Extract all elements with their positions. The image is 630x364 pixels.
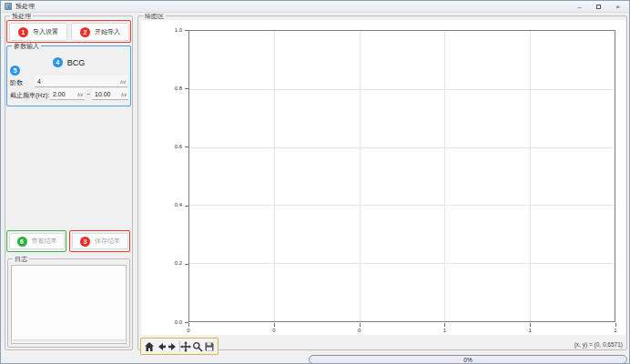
log-group-title: 日志 xyxy=(13,256,29,263)
gridline-horizontal xyxy=(189,263,615,264)
x-tick-label: 0 xyxy=(267,328,281,334)
step-badge-4: 4 xyxy=(53,57,63,67)
x-tick-label: 1 xyxy=(523,328,537,334)
plot-canvas[interactable]: 1.00.80.60.40.20.0000111 xyxy=(141,20,625,335)
maximize-icon xyxy=(596,5,601,9)
home-icon[interactable] xyxy=(144,340,155,352)
maximize-button[interactable] xyxy=(589,1,608,13)
y-tick-label: 0.6 xyxy=(141,144,182,150)
forward-icon[interactable] xyxy=(168,340,178,352)
start-import-label: 开始导入 xyxy=(95,27,120,36)
zoom-rect-icon[interactable] xyxy=(192,340,203,352)
gridline-vertical xyxy=(274,31,275,321)
log-groupbox: 日志 xyxy=(7,258,130,348)
step-badge-2: 2 xyxy=(80,27,90,37)
save-icon[interactable] xyxy=(204,340,215,352)
view-result-label: 查看结果 xyxy=(32,237,57,246)
minimize-button[interactable]: – xyxy=(570,1,589,13)
x-tick-label: 1 xyxy=(608,328,623,334)
cutoff-min-spinbox[interactable]: 2.00 ∧∨ xyxy=(50,88,85,100)
gridline-horizontal xyxy=(189,205,615,206)
y-tick-mark xyxy=(185,206,188,207)
spin-up-down-icon[interactable]: ∧∨ xyxy=(119,78,127,85)
gridline-vertical xyxy=(530,31,531,321)
step-badge-5: 5 xyxy=(10,66,20,76)
gridline-vertical xyxy=(444,31,445,321)
gridline-horizontal xyxy=(189,147,615,148)
window-title: 预处理 xyxy=(15,2,35,11)
order-value: 4 xyxy=(35,78,119,85)
param-input-groupbox: 参数输入 4 BCG 5 阶数 4 ∧∨ 截止频率(Hz): 2.00 ∧∨ ~… xyxy=(6,46,131,106)
signal-type-row: 4 BCG xyxy=(7,57,130,67)
y-tick-label: 0.0 xyxy=(141,319,182,326)
x-tick-mark xyxy=(615,323,616,327)
y-tick-label: 0.4 xyxy=(141,202,182,208)
save-result-label: 保存结果 xyxy=(95,237,120,246)
pan-icon[interactable] xyxy=(180,340,191,352)
import-settings-button[interactable]: 1 导入设置 xyxy=(9,23,67,41)
order-spinbox[interactable]: 4 ∧∨ xyxy=(35,76,127,87)
window-controls: – × xyxy=(570,1,627,13)
plot-axes xyxy=(188,30,615,322)
save-result-button[interactable]: 3 保存结果 xyxy=(72,233,128,249)
progress-bar: 0% xyxy=(309,355,627,364)
y-tick-mark xyxy=(185,264,188,265)
cutoff-max-spinbox[interactable]: 10.00 ∧∨ xyxy=(92,88,128,100)
y-tick-mark xyxy=(185,88,188,89)
signal-type-label: BCG xyxy=(67,58,86,67)
x-tick-label: 0 xyxy=(352,328,367,334)
x-tick-mark xyxy=(360,323,361,327)
range-separator: ~ xyxy=(86,91,90,97)
plot-group-title: 绘图区 xyxy=(143,13,166,20)
step-badge-1: 1 xyxy=(18,27,28,37)
y-tick-mark xyxy=(185,30,188,31)
cutoff-max-value: 10.00 xyxy=(92,91,120,97)
x-tick-mark xyxy=(530,323,531,327)
order-label: 阶数 xyxy=(10,78,23,87)
view-result-button[interactable]: 6 查看结果 xyxy=(9,233,65,249)
app-icon xyxy=(5,3,12,10)
x-tick-mark xyxy=(274,323,275,327)
app-window: 预处理 – × 预处理 1 导入设置 2 开始导入 参数输入 4 BCG 5 阶… xyxy=(0,0,630,364)
x-tick-label: 1 xyxy=(437,328,452,334)
import-settings-label: 导入设置 xyxy=(33,27,58,36)
x-tick-mark xyxy=(188,323,189,327)
horizontal-scrollbar[interactable] xyxy=(13,339,125,342)
y-tick-label: 0.8 xyxy=(141,86,182,92)
y-tick-mark xyxy=(185,147,188,147)
cutoff-label: 截止频率(Hz): xyxy=(10,91,49,100)
log-textarea[interactable] xyxy=(11,265,127,344)
plot-nav-toolbar xyxy=(140,338,218,355)
y-tick-label: 1.0 xyxy=(141,27,182,34)
spin-up-down-icon[interactable]: ∧∨ xyxy=(120,91,128,97)
progress-value: 0% xyxy=(463,357,472,363)
gridline-vertical xyxy=(360,31,361,321)
title-bar: 预处理 – × xyxy=(1,1,629,13)
back-icon[interactable] xyxy=(156,340,167,352)
x-tick-mark xyxy=(444,323,445,327)
step-badge-3: 3 xyxy=(80,237,90,247)
close-button[interactable]: × xyxy=(608,1,627,13)
plot-groupbox: 绘图区 1.00.80.60.40.20.0000111 xyxy=(137,15,627,350)
start-import-button[interactable]: 2 开始导入 xyxy=(71,23,129,41)
cursor-coords-readout: (x, y) = (0, 0.6571) xyxy=(574,341,623,348)
spin-up-down-icon[interactable]: ∧∨ xyxy=(76,91,85,97)
y-tick-label: 0.2 xyxy=(141,260,182,267)
step-badge-6: 6 xyxy=(17,237,27,247)
x-tick-label: 0 xyxy=(181,328,196,334)
cutoff-min-value: 2.00 xyxy=(50,91,76,97)
param-group-title: 参数输入 xyxy=(12,43,41,50)
toolbar-separator xyxy=(179,341,180,352)
preprocess-group-title: 预处理 xyxy=(10,13,33,20)
gridline-horizontal xyxy=(189,89,615,90)
